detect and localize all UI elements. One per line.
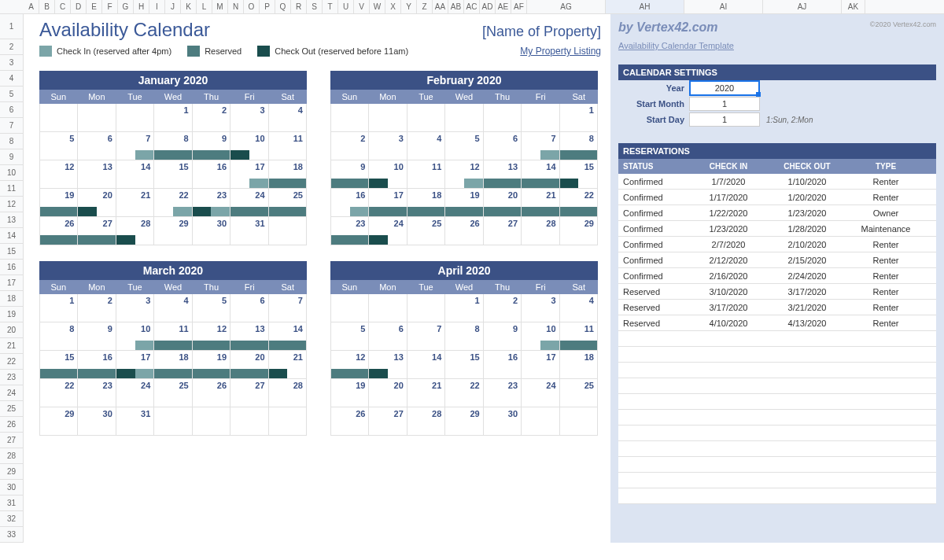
day-cell[interactable]: 23 [78,379,116,407]
day-cell[interactable]: 26 [193,379,230,407]
day-cell[interactable]: 25 [560,379,598,407]
day-cell[interactable]: 21 [116,189,154,216]
day-cell[interactable]: 16 [484,351,522,378]
reservation-row[interactable] [618,488,936,504]
day-cell[interactable]: 26 [39,217,78,245]
day-cell[interactable]: 24 [369,217,407,245]
day-cell[interactable]: 9 [484,322,522,350]
day-cell[interactable]: 10 [116,322,154,350]
start-month-input[interactable]: 1 [689,97,760,111]
day-cell[interactable]: 12 [330,351,369,378]
day-cell[interactable] [369,104,407,131]
day-cell[interactable]: 23 [330,217,369,245]
day-cell[interactable] [407,294,445,322]
day-cell[interactable]: 6 [369,322,407,350]
day-cell[interactable]: 17 [522,351,559,378]
day-cell[interactable] [154,407,192,435]
day-cell[interactable]: 9 [78,322,116,350]
day-cell[interactable]: 31 [116,407,154,435]
day-cell[interactable] [484,104,522,131]
day-cell[interactable]: 15 [445,351,483,378]
day-cell[interactable]: 30 [484,407,522,435]
day-cell[interactable]: 8 [560,132,598,160]
year-input[interactable]: 2020 [689,80,760,96]
day-cell[interactable]: 24 [522,379,559,407]
day-cell[interactable]: 6 [230,294,268,322]
day-cell[interactable]: 6 [78,132,116,160]
day-cell[interactable]: 29 [154,217,192,245]
reservation-row[interactable] [618,363,936,378]
day-cell[interactable]: 25 [154,379,192,407]
day-cell[interactable] [369,294,407,322]
day-cell[interactable]: 18 [407,189,445,216]
day-cell[interactable]: 17 [369,189,407,216]
day-cell[interactable]: 20 [484,189,522,216]
day-cell[interactable]: 21 [407,379,445,407]
day-cell[interactable]: 2 [330,132,369,160]
day-cell[interactable]: 12 [39,160,78,188]
reservation-row[interactable]: Reserved3/17/20203/21/2020Renter [618,300,936,315]
day-cell[interactable]: 19 [330,379,369,407]
day-cell[interactable]: 3 [369,132,407,160]
reservation-row[interactable]: Confirmed1/22/20201/23/2020Owner [618,205,936,221]
day-cell[interactable]: 26 [330,407,369,435]
day-cell[interactable] [560,407,598,435]
day-cell[interactable]: 17 [116,351,154,378]
day-cell[interactable]: 23 [484,379,522,407]
day-cell[interactable]: 10 [230,132,268,160]
day-cell[interactable]: 7 [116,132,154,160]
day-cell[interactable]: 1 [445,294,483,322]
template-link[interactable]: Availability Calendar Template [618,41,936,50]
day-cell[interactable]: 27 [369,407,407,435]
day-cell[interactable]: 15 [560,160,598,188]
day-cell[interactable]: 12 [445,160,483,188]
day-cell[interactable]: 9 [330,160,369,188]
day-cell[interactable]: 29 [39,407,78,435]
day-cell[interactable]: 18 [560,351,598,378]
property-listing-link[interactable]: My Property Listing [520,46,601,57]
day-cell[interactable]: 7 [407,322,445,350]
day-cell[interactable] [116,104,154,131]
reservation-row[interactable]: Confirmed2/12/20202/15/2020Renter [618,252,936,268]
day-cell[interactable] [330,294,369,322]
day-cell[interactable]: 28 [269,379,307,407]
day-cell[interactable] [193,407,230,435]
day-cell[interactable] [230,407,268,435]
day-cell[interactable] [39,104,78,131]
day-cell[interactable]: 2 [193,104,230,131]
day-cell[interactable]: 4 [269,104,307,131]
day-cell[interactable]: 14 [116,160,154,188]
day-cell[interactable]: 13 [230,322,268,350]
day-cell[interactable]: 19 [193,351,230,378]
reservation-row[interactable] [618,473,936,488]
day-cell[interactable]: 8 [445,322,483,350]
reservation-row[interactable]: Confirmed1/17/20201/20/2020Renter [618,190,936,205]
day-cell[interactable]: 16 [330,189,369,216]
day-cell[interactable]: 11 [154,322,192,350]
day-cell[interactable]: 13 [78,160,116,188]
day-cell[interactable]: 3 [116,294,154,322]
day-cell[interactable]: 30 [78,407,116,435]
day-cell[interactable]: 4 [560,294,598,322]
reservation-row[interactable] [618,410,936,426]
day-cell[interactable]: 2 [78,294,116,322]
start-day-input[interactable]: 1 [689,112,760,127]
day-cell[interactable]: 8 [154,132,192,160]
day-cell[interactable] [330,104,369,131]
day-cell[interactable]: 3 [230,104,268,131]
day-cell[interactable] [445,104,483,131]
day-cell[interactable]: 14 [407,351,445,378]
day-cell[interactable]: 7 [522,132,559,160]
day-cell[interactable]: 24 [116,379,154,407]
day-cell[interactable]: 23 [193,189,230,216]
day-cell[interactable]: 21 [269,351,307,378]
day-cell[interactable]: 7 [269,294,307,322]
day-cell[interactable]: 9 [193,132,230,160]
day-cell[interactable] [407,104,445,131]
day-cell[interactable]: 24 [230,189,268,216]
day-cell[interactable]: 28 [522,217,559,245]
reservation-row[interactable]: Reserved4/10/20204/13/2020Renter [618,315,936,331]
day-cell[interactable]: 11 [407,160,445,188]
day-cell[interactable]: 13 [369,351,407,378]
day-cell[interactable]: 8 [39,322,78,350]
